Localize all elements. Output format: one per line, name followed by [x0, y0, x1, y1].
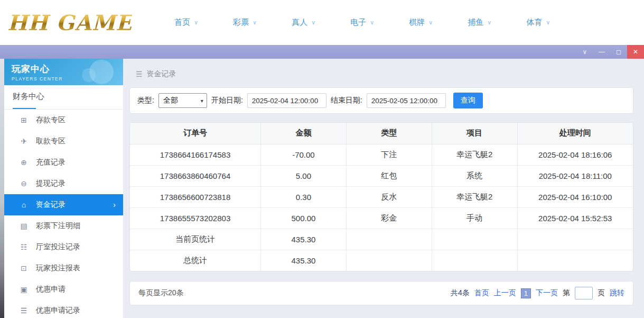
col-project: 项目	[432, 123, 517, 144]
cell-project: 系统	[432, 165, 517, 186]
withdraw-icon: ✈	[19, 137, 29, 146]
top-navigation-bar: HH GAME 首页 ∨ 彩票 ∨ 真人 ∨ 电子 ∨ 棋牌 ∨	[0, 0, 644, 45]
promo-record-icon: ☰	[19, 306, 29, 315]
sidebar-item-label: 资金记录	[36, 200, 66, 210]
nav-label: 棋牌	[409, 17, 425, 28]
cell-amount: 500.00	[261, 207, 347, 229]
nav-label: 电子	[350, 17, 366, 28]
sidebar-item-label: 提现记录	[36, 179, 66, 188]
chevron-down-icon: ∨	[194, 20, 198, 25]
window-close-icon[interactable]: ✕	[627, 45, 644, 59]
table-row: 1738656600723818 0.30 反水 幸运飞艇2 2025-02-0…	[130, 186, 633, 207]
end-date-label: 结束日期:	[331, 96, 362, 105]
col-type: 类型	[346, 123, 432, 144]
sidebar-item-label: 彩票下注明细	[36, 221, 80, 231]
window-titlebar: ∨ — ◻ ✕	[0, 45, 644, 59]
cell-summary-label: 当前页统计	[130, 229, 261, 250]
sidebar-item-label: 充值记录	[36, 158, 66, 167]
nav-label: 首页	[174, 17, 190, 28]
type-select-value: 全部	[163, 96, 178, 105]
nav-item-home[interactable]: 首页 ∨	[174, 17, 198, 28]
cell-project: 幸运飞艇2	[432, 144, 517, 165]
chevron-down-icon: ∨	[487, 20, 491, 25]
sidebar-item-player-bet-report[interactable]: ⊡ 玩家投注报表	[4, 258, 123, 279]
sidebar-item-funds-records[interactable]: ⌂ 资金记录 ›	[4, 194, 123, 215]
prev-page-link[interactable]: 上一页	[494, 288, 516, 298]
select-caret-icon: ▾	[201, 98, 203, 104]
sidebar-item-label: 优惠申请记录	[36, 306, 80, 315]
type-select[interactable]: 全部 ▾	[158, 93, 207, 108]
first-page-link[interactable]: 首页	[474, 288, 489, 298]
sidebar-item-label: 优惠申请	[36, 285, 66, 294]
players-center-header: 玩家中心 PLAYERS CENTER	[4, 59, 123, 85]
filter-bar: 类型: 全部 ▾ 开始日期: 结束日期: 查询	[129, 87, 633, 114]
nav-item-sports[interactable]: 体育 ∨	[526, 17, 550, 28]
cell-amount: 5.00	[261, 165, 347, 186]
brand-logo: HH GAME	[0, 10, 158, 35]
cell-empty	[346, 229, 432, 250]
table-summary-row-total: 总统计 435.30	[130, 250, 633, 271]
query-button[interactable]: 查询	[453, 93, 483, 108]
gamepad-decoration	[82, 68, 96, 82]
cell-empty	[346, 250, 432, 271]
cell-empty	[432, 229, 517, 250]
sidebar-item-promo-apply[interactable]: ▣ 优惠申请	[4, 279, 123, 300]
pager: 共4条 首页 上一页 1 下一页 第 页 跳转	[451, 287, 624, 299]
breadcrumb: ☰ 资金记录	[129, 59, 633, 87]
next-page-link[interactable]: 下一页	[536, 288, 558, 298]
nav-item-slots[interactable]: 电子 ∨	[350, 17, 374, 28]
cell-order-no: 1738655573202803	[130, 207, 261, 229]
app-window: HH GAME 首页 ∨ 彩票 ∨ 真人 ∨ 电子 ∨ 棋牌 ∨	[0, 0, 644, 318]
end-date-input[interactable]	[367, 93, 446, 108]
nav-item-fishing[interactable]: 捕鱼 ∨	[468, 17, 491, 28]
chevron-down-icon: ∨	[370, 20, 374, 25]
start-date-label: 开始日期:	[211, 96, 243, 105]
start-date-input[interactable]	[247, 93, 326, 108]
cell-type: 红包	[346, 165, 432, 186]
cell-type: 彩金	[346, 207, 432, 229]
sidebar-item-withdrawal-records[interactable]: ⊖ 提现记录	[4, 173, 123, 194]
sidebar-item-recharge-records[interactable]: ⊕ 充值记录	[4, 152, 123, 173]
table-row: 1738663860460764 5.00 红包 系统 2025-02-04 1…	[130, 165, 633, 186]
window-maximize-icon[interactable]: ◻	[610, 45, 627, 59]
finance-section-header: 财务中心	[4, 85, 123, 110]
sidebar-item-promo-apply-records[interactable]: ☰ 优惠申请记录	[4, 300, 123, 318]
hamburger-icon: ☰	[136, 70, 143, 78]
cell-order-no: 1738656600723818	[130, 186, 261, 207]
cell-summary-label: 总统计	[130, 250, 261, 271]
cell-empty	[432, 250, 517, 271]
type-label: 类型:	[137, 96, 154, 105]
current-page-indicator[interactable]: 1	[521, 288, 531, 298]
promo-icon: ▣	[19, 285, 29, 294]
cell-empty	[517, 229, 633, 250]
sidebar-item-hall-bet-records[interactable]: ☷ 厅室投注记录	[4, 237, 123, 258]
jump-page-input[interactable]	[575, 287, 593, 299]
col-amount: 金额	[261, 123, 347, 144]
window-dropdown-icon[interactable]: ∨	[576, 45, 593, 59]
cell-summary-amount: 435.30	[261, 229, 347, 250]
window-minimize-icon[interactable]: —	[593, 45, 610, 59]
nav-item-lottery[interactable]: 彩票 ∨	[233, 17, 257, 28]
sidebar-menu: ⊞ 存款专区 ✈ 取款专区 ⊕ 充值记录 ⊖ 提现记录 ⌂ 资金记录 › ▤	[4, 110, 123, 318]
sidebar-item-withdraw-zone[interactable]: ✈ 取款专区	[4, 131, 123, 152]
table-row: 1738664166174583 -70.00 下注 幸运飞艇2 2025-02…	[130, 144, 633, 165]
sidebar-item-deposit-zone[interactable]: ⊞ 存款专区	[4, 110, 123, 131]
sidebar-item-lottery-bet-details[interactable]: ▤ 彩票下注明细	[4, 215, 123, 237]
hall-bet-icon: ☷	[19, 243, 29, 251]
recharge-icon: ⊕	[19, 158, 29, 167]
total-count-label: 共4条	[451, 288, 470, 298]
sidebar-item-label: 取款专区	[36, 137, 66, 146]
cell-time: 2025-02-04 18:11:00	[517, 165, 633, 186]
cell-time: 2025-02-04 16:10:00	[517, 186, 633, 207]
nav-item-chess[interactable]: 棋牌 ∨	[409, 17, 433, 28]
cashout-icon: ⊖	[19, 179, 29, 188]
chevron-down-icon: ∨	[311, 20, 315, 25]
nav-label: 彩票	[233, 17, 249, 28]
sidebar-item-label: 存款专区	[36, 115, 66, 125]
nav-item-live[interactable]: 真人 ∨	[292, 17, 315, 28]
cell-project: 幸运飞艇2	[432, 186, 517, 207]
cell-time: 2025-02-04 15:52:53	[517, 207, 633, 229]
main-nav: 首页 ∨ 彩票 ∨ 真人 ∨ 电子 ∨ 棋牌 ∨ 捕鱼 ∨	[174, 17, 550, 28]
desktop-edge	[0, 59, 4, 318]
jump-button[interactable]: 跳转	[610, 288, 624, 298]
